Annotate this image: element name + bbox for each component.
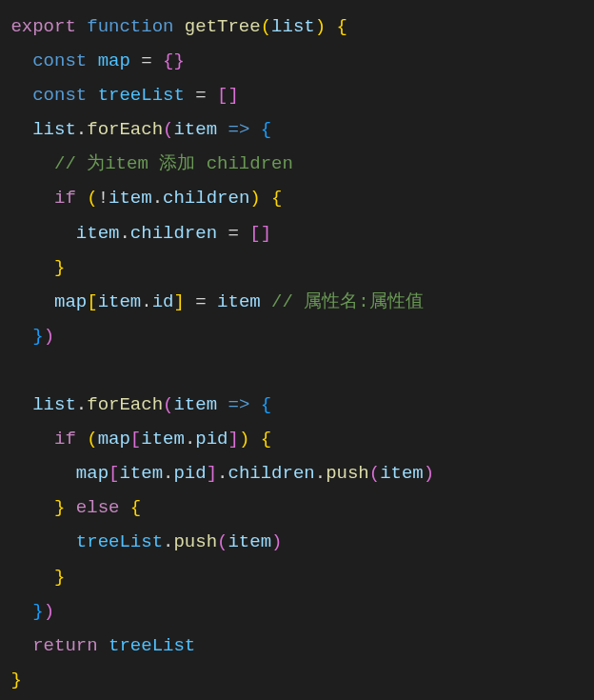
variable: item — [119, 463, 163, 484]
method-call: push — [326, 463, 369, 484]
brace-close: } — [173, 50, 184, 71]
method-call: forEach — [87, 394, 163, 415]
code-line-3: const treeList = [] — [0, 78, 594, 112]
comment: // 属性名:属性值 — [271, 291, 424, 312]
code-line-1: export function getTree(list) { — [0, 10, 594, 44]
property: children — [163, 188, 249, 209]
code-line-7: item.children = [] — [0, 216, 594, 250]
keyword-const: const — [32, 50, 87, 71]
parameter: item — [173, 119, 217, 140]
bracket-close: ] — [261, 223, 271, 244]
variable: item — [76, 223, 120, 244]
property: pid — [195, 429, 228, 450]
parameter: item — [173, 394, 217, 415]
property: id — [152, 291, 174, 312]
function-name: getTree — [185, 16, 261, 37]
brace-open: { — [261, 429, 271, 450]
bracket-open: [ — [249, 223, 260, 244]
brace-open: { — [261, 119, 271, 140]
code-line-9: map[item.id] = item // 属性名:属性值 — [0, 285, 594, 319]
paren-close: ) — [44, 601, 54, 622]
brace-close: } — [54, 257, 65, 278]
brace-close: } — [54, 567, 65, 588]
brace-open: { — [337, 16, 347, 37]
keyword-if: if — [54, 188, 76, 209]
bracket-open: [ — [217, 85, 228, 106]
brace-close: } — [32, 601, 43, 622]
code-editor[interactable]: export function getTree(list) { const ma… — [0, 10, 594, 697]
variable: item — [228, 531, 271, 552]
arrow-function: => — [228, 394, 249, 415]
variable: item — [380, 463, 424, 484]
paren-open: ( — [261, 16, 271, 37]
code-line-2: const map = {} — [0, 44, 594, 78]
parameter: list — [271, 16, 315, 37]
comment: // 为item 添加 children — [54, 153, 293, 174]
keyword-export: export — [10, 16, 75, 37]
code-line-4: list.forEach(item => { — [0, 112, 594, 147]
variable: treeList — [109, 635, 195, 656]
code-line-17: } — [0, 560, 594, 594]
brace-open: { — [130, 497, 141, 518]
keyword-const: const — [32, 85, 87, 106]
code-line-16: treeList.push(item) — [0, 525, 594, 559]
code-line-13: if (map[item.pid]) { — [0, 422, 594, 456]
property: children — [130, 223, 217, 244]
brace-open: { — [271, 188, 282, 209]
brace-close: } — [54, 497, 65, 518]
code-line-6: if (!item.children) { — [0, 181, 594, 215]
variable: treeList — [98, 85, 185, 106]
code-line-18: }) — [0, 594, 594, 629]
variable: map — [76, 463, 109, 484]
paren-close: ) — [44, 326, 54, 347]
method-call: forEach — [87, 119, 163, 140]
variable: item — [109, 188, 152, 209]
property: pid — [173, 463, 206, 484]
arrow-function: => — [228, 119, 249, 140]
keyword-return: return — [32, 635, 97, 656]
variable: item — [98, 291, 142, 312]
bracket-close: ] — [228, 85, 238, 106]
code-line-12: list.forEach(item => { — [0, 388, 594, 422]
code-line-19: return treeList — [0, 629, 594, 663]
brace-close: } — [10, 670, 21, 690]
code-line-5: // 为item 添加 children — [0, 147, 594, 181]
keyword-else: else — [76, 497, 120, 518]
paren-close: ) — [315, 16, 326, 37]
brace-open: { — [163, 50, 173, 71]
variable: map — [98, 50, 130, 71]
code-line-11 — [0, 353, 594, 388]
code-line-10: }) — [0, 319, 594, 353]
code-line-20: } — [0, 663, 594, 697]
variable: item — [217, 291, 261, 312]
brace-open: { — [261, 394, 271, 415]
property: children — [228, 463, 315, 484]
brace-close: } — [32, 326, 43, 347]
variable: treeList — [76, 531, 163, 552]
variable: item — [141, 429, 185, 450]
method-call: push — [173, 531, 217, 552]
variable: list — [32, 394, 76, 415]
variable: map — [98, 429, 130, 450]
variable: map — [54, 291, 87, 312]
variable: list — [32, 119, 76, 140]
keyword-function: function — [87, 16, 173, 37]
code-line-14: map[item.pid].children.push(item) — [0, 456, 594, 490]
code-line-15: } else { — [0, 490, 594, 525]
keyword-if: if — [54, 429, 76, 450]
code-line-8: } — [0, 250, 594, 285]
